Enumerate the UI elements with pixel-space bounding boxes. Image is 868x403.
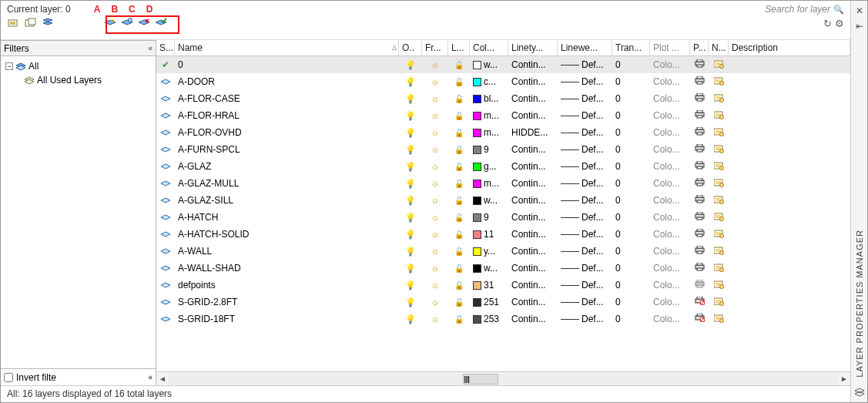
transparency-cell[interactable]: 0 [612,226,650,243]
description-cell[interactable] [729,124,850,141]
col-lock[interactable]: L... [448,40,470,55]
freeze-cell[interactable]: ☼ [422,260,448,277]
layer-row[interactable]: S-GRID-18FT💡☼🔓253Contin... Def...0Colo..… [156,311,850,327]
col-name[interactable]: Name [175,40,399,55]
plot-cell[interactable] [690,243,709,260]
name-cell[interactable]: S-GRID-2.8FT [175,294,399,311]
lineweight-cell[interactable]: Def... [558,311,612,327]
linetype-cell[interactable]: Contin... [508,73,558,90]
on-cell[interactable]: 💡 [399,158,422,175]
lock-cell[interactable]: 🔓 [448,260,470,277]
lineweight-cell[interactable]: Def... [558,90,612,107]
on-cell[interactable]: 💡 [399,277,422,294]
linetype-cell[interactable]: Contin... [508,277,558,294]
filter-all-used[interactable]: All Used Layers [2,73,154,87]
newvp-cell[interactable] [709,209,729,226]
lock-cell[interactable]: 🔓 [448,243,470,260]
transparency-cell[interactable]: 0 [612,243,650,260]
col-linetype[interactable]: Linety... [508,40,558,55]
plotstyle-cell[interactable]: Colo... [650,141,690,158]
name-cell[interactable]: A-FLOR-CASE [175,90,399,107]
settings-gear-icon[interactable] [835,18,844,29]
newvp-cell[interactable] [709,243,729,260]
color-cell[interactable]: w... [470,260,508,277]
newvp-cell[interactable] [709,56,729,73]
transparency-cell[interactable]: 0 [612,192,650,209]
search-layer-input[interactable]: Search for layer [765,4,844,15]
on-cell[interactable]: 💡 [399,243,422,260]
autohide-icon[interactable]: ⇤ [854,21,865,32]
transparency-cell[interactable]: 0 [612,107,650,124]
layer-row[interactable]: A-GLAZ-MULL💡☼🔓m...Contin... Def...0Colo.… [156,175,850,192]
on-cell[interactable]: 💡 [399,260,422,277]
new-group-filter-icon[interactable] [24,17,38,29]
color-cell[interactable]: w... [470,192,508,209]
plot-cell[interactable] [690,226,709,243]
name-cell[interactable]: S-GRID-18FT [175,311,399,327]
color-cell[interactable]: 31 [470,277,508,294]
on-cell[interactable]: 💡 [399,73,422,90]
newvp-cell[interactable] [709,277,729,294]
transparency-cell[interactable]: 0 [612,209,650,226]
name-cell[interactable]: 0 [175,56,399,73]
lock-cell[interactable]: 🔓 [448,56,470,73]
layer-row[interactable]: A-HATCH-SOLID💡☼🔓11Contin... Def...0Colo.… [156,226,850,243]
description-cell[interactable] [729,158,850,175]
name-cell[interactable]: A-WALL [175,243,399,260]
plotstyle-cell[interactable]: Colo... [650,294,690,311]
color-cell[interactable]: 9 [470,141,508,158]
scroll-track[interactable]: Ⅲ [169,374,838,385]
linetype-cell[interactable]: Contin... [508,141,558,158]
freeze-cell[interactable]: ☼ [422,175,448,192]
lineweight-cell[interactable]: Def... [558,107,612,124]
lineweight-cell[interactable]: Def... [558,277,612,294]
color-cell[interactable]: w... [470,56,508,73]
linetype-cell[interactable]: Contin... [508,311,558,327]
plot-cell[interactable] [690,277,709,294]
newvp-cell[interactable] [709,107,729,124]
color-cell[interactable]: m... [470,107,508,124]
transparency-cell[interactable]: 0 [612,277,650,294]
on-cell[interactable]: 💡 [399,311,422,327]
layer-row[interactable]: defpoints💡☼🔓31Contin... Def...0Colo... [156,277,850,294]
lineweight-cell[interactable]: Def... [558,56,612,73]
color-cell[interactable]: bl... [470,90,508,107]
col-plot[interactable]: P... [690,40,709,55]
freeze-cell[interactable]: ☼ [422,141,448,158]
lock-cell[interactable]: 🔓 [448,124,470,141]
plotstyle-cell[interactable]: Colo... [650,243,690,260]
col-color[interactable]: Col... [470,40,508,55]
plot-cell[interactable] [690,56,709,73]
name-cell[interactable]: A-GLAZ-SILL [175,192,399,209]
color-cell[interactable]: 11 [470,226,508,243]
color-cell[interactable]: y... [470,243,508,260]
lock-cell[interactable]: 🔓 [448,107,470,124]
col-lineweight[interactable]: Linewe... [558,40,612,55]
linetype-cell[interactable]: Contin... [508,192,558,209]
freeze-cell[interactable]: ☼ [422,277,448,294]
on-cell[interactable]: 💡 [399,209,422,226]
color-cell[interactable]: m... [470,124,508,141]
linetype-cell[interactable]: Contin... [508,90,558,107]
freeze-cell[interactable]: ☼ [422,124,448,141]
plot-cell[interactable] [690,260,709,277]
name-cell[interactable]: A-FURN-SPCL [175,141,399,158]
refresh-icon[interactable] [823,18,832,29]
color-cell[interactable]: 9 [470,209,508,226]
plot-cell[interactable] [690,124,709,141]
linetype-cell[interactable]: Contin... [508,107,558,124]
freeze-cell[interactable]: ☼ [422,226,448,243]
transparency-cell[interactable]: 0 [612,311,650,327]
newvp-cell[interactable] [709,73,729,90]
layer-row[interactable]: A-DOOR💡☼🔓c...Contin... Def...0Colo... [156,73,850,90]
transparency-cell[interactable]: 0 [612,175,650,192]
plotstyle-cell[interactable]: Colo... [650,90,690,107]
lineweight-cell[interactable]: Def... [558,294,612,311]
freeze-cell[interactable]: ☼ [422,294,448,311]
col-newvp[interactable]: N... [709,40,729,55]
transparency-cell[interactable]: 0 [612,141,650,158]
layer-row[interactable]: A-GLAZ-SILL💡☼🔓w...Contin... Def...0Colo.… [156,192,850,209]
layer-row[interactable]: A-WALL💡☼🔓y...Contin... Def...0Colo... [156,243,850,260]
filter-all[interactable]: − All [2,59,154,73]
plotstyle-cell[interactable]: Colo... [650,56,690,73]
